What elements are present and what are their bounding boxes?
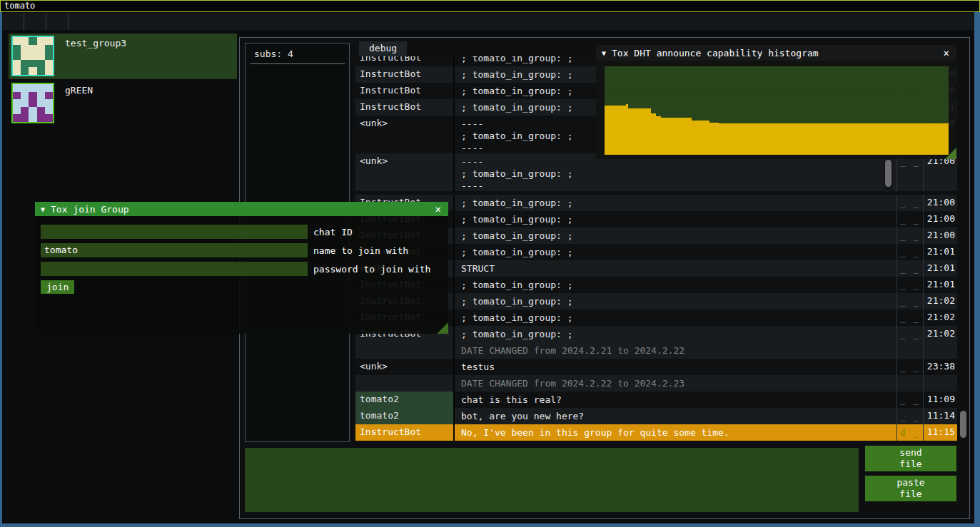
join-input-label: chat ID xyxy=(313,227,353,237)
chat-status-flags: _ _ xyxy=(896,277,923,293)
chat-status-flags: _ _ xyxy=(896,392,923,408)
chat-status-flags: d _ xyxy=(896,424,923,441)
send-file-button[interactable]: send file xyxy=(865,446,956,471)
paste-file-button[interactable]: paste file xyxy=(865,476,956,501)
menu-item[interactable] xyxy=(68,13,90,30)
chat-sender: <unk> xyxy=(355,153,455,191)
separator xyxy=(250,63,345,64)
join-button[interactable]: join xyxy=(41,280,74,294)
chat-timestamp: 21:01 xyxy=(923,244,957,260)
chat-sender: tomato2 xyxy=(355,392,455,408)
chat-status-flags: _ _ xyxy=(896,293,923,309)
group-avatar-icon xyxy=(11,36,54,76)
paste-file-label2: file xyxy=(899,488,921,500)
chat-message-row: DATE CHANGED from 2024.2.22 to 2024.2.23 xyxy=(355,375,957,392)
chat-status-flags: _ _ xyxy=(896,309,923,326)
window-titlebar[interactable]: tomato xyxy=(0,0,980,12)
menu-item[interactable] xyxy=(2,13,24,30)
chat-sender xyxy=(355,375,455,392)
menu-item[interactable] xyxy=(46,13,68,30)
join-text-input[interactable] xyxy=(41,262,308,276)
tab-debug[interactable]: debug xyxy=(359,41,407,56)
chat-status-flags xyxy=(896,375,923,392)
chat-timestamp: 21:02 xyxy=(923,309,957,326)
chat-timestamp xyxy=(923,375,957,392)
chat-message-text: DATE CHANGED from 2024.2.21 to 2024.2.22 xyxy=(455,342,896,359)
chat-timestamp xyxy=(923,342,957,359)
chat-timestamp: 21:00 xyxy=(923,227,957,244)
chat-status-flags: _ _ xyxy=(896,211,923,227)
chat-message-text: ; tomato_in_group: ; xyxy=(455,309,896,326)
dht-histogram-window: ▼ Tox DHT announce capability histogram … xyxy=(596,45,956,159)
resize-grip-icon[interactable] xyxy=(437,322,448,334)
chat-status-flags: _ _ xyxy=(896,244,923,260)
chat-message-row: tomato2 bot, are you new here? _ _ 11:14 xyxy=(355,408,957,424)
histogram-bar xyxy=(628,108,651,155)
chat-message-row: tomato2 chat is this real? _ _ 11:09 xyxy=(355,392,957,408)
collapse-icon[interactable]: ▼ xyxy=(602,49,606,57)
resize-grip-icon[interactable] xyxy=(945,148,956,159)
send-file-label2: file xyxy=(899,459,921,470)
chat-message-text: DATE CHANGED from 2024.2.22 to 2024.2.23 xyxy=(455,375,896,392)
chat-timestamp: 21:00 xyxy=(923,211,957,227)
histogram-bar xyxy=(661,118,691,155)
chat-timestamp: 11:15 xyxy=(923,424,957,441)
chat-message-text: bot, are you new here? xyxy=(455,408,896,424)
chat-sender: InstructBot xyxy=(355,83,455,99)
chat-status-flags: _ _ xyxy=(896,326,923,342)
close-icon[interactable]: ✕ xyxy=(435,203,441,215)
histogram-plot xyxy=(605,66,949,155)
chat-timestamp: 21:01 xyxy=(923,260,957,277)
join-input-label: password to join with xyxy=(313,264,430,275)
join-group-title: Tox join Group xyxy=(51,204,129,215)
chat-status-flags: _ _ xyxy=(896,260,923,277)
subscribers-count: subs: 4 xyxy=(254,48,349,59)
chat-sender: <unk> xyxy=(355,116,455,153)
group-avatar-icon xyxy=(11,83,54,123)
chat-message-text: ; tomato_in_group: ; xyxy=(455,211,896,227)
sidebar-group-item[interactable]: test_group3 xyxy=(9,34,237,79)
dht-histogram-titlebar[interactable]: ▼ Tox DHT announce capability histogram … xyxy=(596,45,956,61)
group-name: gREEN xyxy=(65,85,93,96)
chat-message-text: chat is this real? xyxy=(455,392,896,408)
histogram-bar xyxy=(692,121,709,155)
chat-sender: InstructBot xyxy=(355,424,455,441)
chat-message-text: testus xyxy=(455,359,896,375)
join-group-titlebar[interactable]: ▼ Tox join Group ✕ xyxy=(35,202,448,216)
chat-timestamp: 21:02 xyxy=(923,326,957,342)
inner-scrollbar-thumb[interactable] xyxy=(885,160,891,187)
sidebar-group-item[interactable]: gREEN xyxy=(9,81,237,126)
collapse-icon[interactable]: ▼ xyxy=(41,205,45,213)
chat-status-flags: _ _ xyxy=(896,195,923,211)
chat-sender xyxy=(355,342,455,359)
chat-timestamp: 21:00 xyxy=(923,195,957,211)
chat-status-flags xyxy=(896,342,923,359)
dht-histogram-title: Tox DHT announce capability histogram xyxy=(612,48,819,58)
chat-timestamp: 11:09 xyxy=(923,392,957,408)
histogram-bar xyxy=(719,123,949,155)
send-file-label: send xyxy=(899,447,921,459)
chat-message-row: <unk> testus _ _ 23:38 xyxy=(355,359,957,375)
menu-bar xyxy=(2,13,974,30)
paste-file-label: paste xyxy=(896,477,924,488)
window-title: tomato xyxy=(4,1,35,11)
menu-item[interactable] xyxy=(24,13,46,30)
chat-message-text: ; tomato_in_group: ; xyxy=(455,326,896,342)
chat-sender: InstructBot xyxy=(355,99,455,116)
chat-message-row: DATE CHANGED from 2024.2.21 to 2024.2.22 xyxy=(355,342,957,359)
close-icon[interactable]: ✕ xyxy=(944,47,949,58)
histogram-bar xyxy=(605,106,626,155)
join-group-body: chat ID tomato name to join with passwor… xyxy=(35,216,448,334)
join-group-window: ▼ Tox join Group ✕ chat ID tomato name t… xyxy=(35,202,448,334)
join-input-label: name to join with xyxy=(313,245,408,256)
message-input[interactable] xyxy=(245,448,859,512)
chat-message-text: ; tomato_in_group: ; xyxy=(455,195,896,211)
join-text-input[interactable] xyxy=(41,225,308,239)
chat-scrollbar-thumb[interactable] xyxy=(960,411,966,438)
chat-timestamp: 11:14 xyxy=(923,408,957,424)
chat-timestamp: 21:01 xyxy=(923,277,957,293)
chat-timestamp: 21:02 xyxy=(923,293,957,309)
chat-timestamp: 23:38 xyxy=(923,359,957,375)
chat-message-text: ; tomato_in_group: ; xyxy=(455,227,896,244)
join-text-input[interactable]: tomato xyxy=(41,243,308,257)
